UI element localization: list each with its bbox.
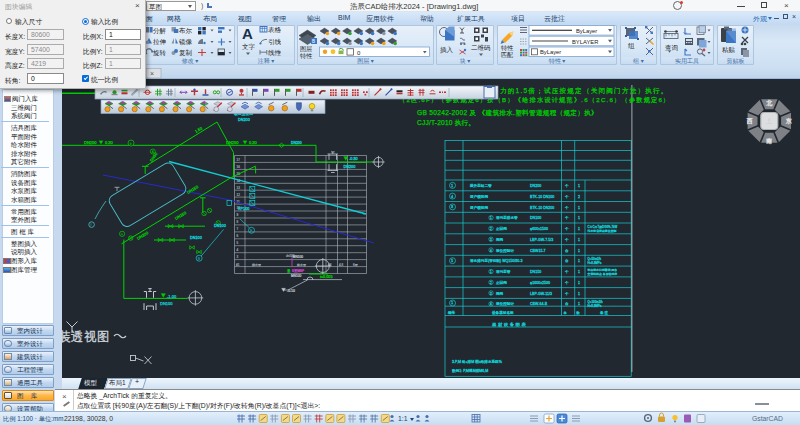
svg-text:×: × (150, 70, 154, 77)
svg-text:ByLayer: ByLayer (540, 49, 561, 55)
svg-text:BYLAYER: BYLAYER (572, 39, 598, 45)
svg-text:ByLayer: ByLayer (576, 28, 597, 34)
svg-text:B: B (312, 39, 315, 44)
